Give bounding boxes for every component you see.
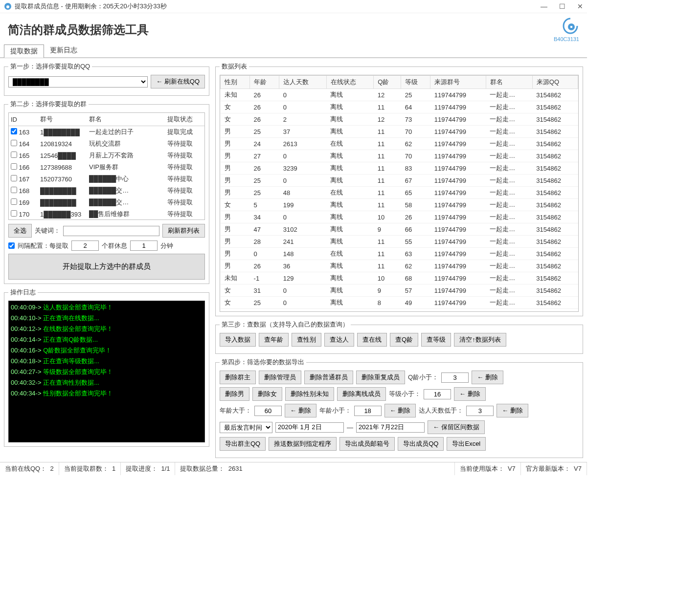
group-row[interactable]: 16512546████月薪上万不套路等待提取 <box>9 150 204 161</box>
group-checkbox[interactable] <box>11 198 17 205</box>
minimize-button[interactable]: — <box>541 2 547 10</box>
group-checkbox[interactable] <box>11 128 17 134</box>
group-list[interactable]: ID 群号 群名 提取状态 1631████████一起走过的日子提取完成 16… <box>8 112 205 220</box>
age-gt-input[interactable] <box>254 406 282 416</box>
del-offline-button[interactable]: 删除离线成员 <box>337 387 386 401</box>
clear-datalist-button[interactable]: 清空↑数据列表 <box>454 333 506 347</box>
tab-extract[interactable]: 提取数据 <box>4 44 44 58</box>
group-row[interactable]: 1701██████393██售后维修群等待提取 <box>9 208 204 220</box>
data-row[interactable]: 女310离线957119744799一起走…3154862 <box>221 285 578 297</box>
data-col-header[interactable]: 群名 <box>486 76 532 89</box>
col-status[interactable]: 提取状态 <box>165 113 204 126</box>
data-row[interactable]: 男250离线1167119744799一起走…3154862 <box>221 175 578 187</box>
data-row[interactable]: 女250离线849119744799一起走…3154862 <box>221 297 578 309</box>
export-excel-button[interactable]: 导出Excel <box>447 437 486 451</box>
refresh-qq-button[interactable]: ← 刷新在线QQ <box>151 75 205 88</box>
query-daren-button[interactable]: 查达人 <box>324 333 354 347</box>
interval-checkbox[interactable] <box>8 242 15 249</box>
keep-range-button[interactable]: ← 保留区间数据 <box>428 420 485 434</box>
tab-changelog[interactable]: 更新日志 <box>44 44 83 57</box>
del-member-button[interactable]: 删除普通群员 <box>304 371 353 384</box>
query-age-button[interactable]: 查年龄 <box>259 333 289 347</box>
interval-minutes-input[interactable] <box>130 241 158 251</box>
col-groupname[interactable]: 群名 <box>87 113 165 126</box>
qq-select[interactable]: ████████ <box>8 76 148 88</box>
del-age-lt-button[interactable]: ← 删除 <box>384 404 416 417</box>
data-row[interactable]: 未知260离线1225119744799一起走…3154862 <box>221 89 578 101</box>
data-col-header[interactable]: 在线状态 <box>326 76 373 89</box>
interval-count-input[interactable] <box>71 241 99 251</box>
del-female-button[interactable]: 删除女 <box>252 387 282 401</box>
del-admin-button[interactable]: 删除管理员 <box>259 371 301 384</box>
group-checkbox[interactable] <box>11 210 17 217</box>
data-row[interactable]: 女262离线1273119744799一起走…3154862 <box>221 113 578 126</box>
group-checkbox[interactable] <box>11 163 17 170</box>
refresh-grouplist-button[interactable]: 刷新群列表 <box>162 224 205 238</box>
data-row[interactable]: 男2548在线1165119744799一起走…3154862 <box>221 187 578 199</box>
data-row[interactable]: 女5199离线1158119744799一起走…3154862 <box>221 199 578 211</box>
daren-lt-input[interactable] <box>466 406 494 416</box>
data-row[interactable]: 男263239离线1183119744799一起走…3154862 <box>221 162 578 175</box>
data-col-header[interactable]: 来源群号 <box>430 76 486 89</box>
group-row[interactable]: 167152073760██████中心等待提取 <box>9 173 204 185</box>
data-col-header[interactable]: Q龄 <box>374 76 401 89</box>
col-groupnum[interactable]: 群号 <box>38 113 87 126</box>
query-qage-button[interactable]: 查Q龄 <box>390 333 418 347</box>
keyword-input[interactable] <box>63 226 159 236</box>
data-row[interactable]: 男2636离线1162119744799一起走…3154862 <box>221 260 578 272</box>
age-lt-input[interactable] <box>354 406 382 416</box>
del-qage-button[interactable]: ← 删除 <box>472 371 503 384</box>
data-table-wrap[interactable]: 性别年龄达人天数在线状态Q龄等级来源群号群名来源QQ 未知260离线122511… <box>220 75 579 312</box>
data-row[interactable]: 男270离线1170119744799一起走…3154862 <box>221 150 578 162</box>
start-extract-button[interactable]: 开始提取上方选中的群成员 <box>8 254 205 280</box>
group-row[interactable]: 168██████████████交…等待提取 <box>9 185 204 197</box>
group-row[interactable]: 169██████████████交…等待提取 <box>9 197 204 208</box>
data-col-header[interactable]: 性别 <box>221 76 250 89</box>
data-row[interactable]: 男0148在线1163119744799一起走…3154862 <box>221 248 578 260</box>
close-button[interactable]: ✕ <box>577 2 583 10</box>
export-mail-button[interactable]: 导出成员邮箱号 <box>339 437 395 451</box>
group-row[interactable]: 166127389688VIP服务群等待提取 <box>9 161 204 173</box>
del-dup-button[interactable]: 删除重复成员 <box>356 371 405 384</box>
qage-lt-input[interactable] <box>441 372 469 383</box>
data-col-header[interactable]: 等级 <box>401 76 430 89</box>
del-owner-button[interactable]: 删除群主 <box>220 371 256 384</box>
data-row[interactable]: 男473102离线966119744799一起走…3154862 <box>221 223 578 236</box>
data-row[interactable]: 男28241离线1155119744799一起走…3154862 <box>221 236 578 248</box>
data-row[interactable]: 男242613在线1162119744799一起走…3154862 <box>221 138 578 150</box>
data-col-header[interactable]: 达人天数 <box>279 76 326 89</box>
import-data-button[interactable]: 导入数据 <box>220 333 256 347</box>
query-level-button[interactable]: 查等级 <box>421 333 451 347</box>
data-row[interactable]: 未知-1129离线1068119744799一起走…3154862 <box>221 272 578 285</box>
export-qq-button[interactable]: 导出成员QQ <box>398 437 444 451</box>
group-checkbox[interactable] <box>11 152 17 158</box>
data-row[interactable]: 女260离线1164119744799一起走…3154862 <box>221 101 578 113</box>
query-online-button[interactable]: 查在线 <box>357 333 387 347</box>
del-daren-button[interactable]: ← 删除 <box>497 404 528 417</box>
query-gender-button[interactable]: 查性别 <box>292 333 321 347</box>
select-all-button[interactable]: 全选 <box>8 224 32 238</box>
level-lt-input[interactable] <box>424 389 451 399</box>
del-level-button[interactable]: ← 删除 <box>454 387 486 401</box>
data-row[interactable]: 男340离线1026119744799一起走…3154862 <box>221 211 578 223</box>
col-id[interactable]: ID <box>9 113 38 126</box>
group-checkbox[interactable] <box>11 187 17 193</box>
date-type-select[interactable]: 最后发言时间 <box>220 422 272 433</box>
del-age-gt-button[interactable]: ← 删除 <box>285 404 316 417</box>
data-col-header[interactable]: 来源QQ <box>532 76 578 89</box>
del-unknown-button[interactable]: 删除性别未知 <box>285 387 334 401</box>
group-row[interactable]: 1631████████一起走过的日子提取完成 <box>9 126 204 138</box>
export-owner-button[interactable]: 导出群主QQ <box>220 437 266 451</box>
date-to-input[interactable] <box>356 422 425 433</box>
del-male-button[interactable]: 删除男 <box>220 387 249 401</box>
group-checkbox[interactable] <box>11 140 17 146</box>
data-col-header[interactable]: 年龄 <box>250 76 279 89</box>
group-row[interactable]: 164120819324玩机交流群等待提取 <box>9 138 204 150</box>
group-checkbox[interactable] <box>11 175 17 181</box>
data-row[interactable]: 男2537离线1170119744799一起走…3154862 <box>221 126 578 138</box>
data-row[interactable]: 女211780离线853119744799一起走…3154862 <box>221 309 578 312</box>
push-to-button[interactable]: 推送数据到指定程序 <box>269 437 337 451</box>
maximize-button[interactable]: ☐ <box>559 2 565 10</box>
date-from-input[interactable] <box>275 422 344 433</box>
log-box[interactable]: 00:40:09-> 达人数据全部查询完毕！00:40:10-> 正在查询在线数… <box>8 301 205 442</box>
